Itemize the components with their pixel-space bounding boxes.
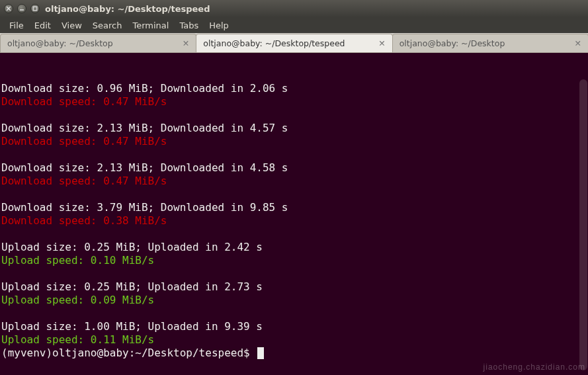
scrollbar[interactable]	[579, 53, 588, 375]
menu-terminal[interactable]: Terminal	[127, 19, 174, 32]
tab-label: oltjano@baby: ~/Desktop	[7, 38, 113, 48]
upload-speed-line: Upload speed: 0.10 MiB/s	[1, 254, 154, 267]
output-line: Download size: 0.96 MiB; Downloaded in 2…	[1, 82, 288, 95]
tab-1[interactable]: oltjano@baby: ~/Desktop/tespeed ✕	[196, 34, 392, 52]
output-line: Download size: 2.13 MiB; Downloaded in 4…	[1, 161, 288, 174]
output-line: Upload size: 1.00 MiB; Uploaded in 9.39 …	[1, 320, 263, 333]
window-title: oltjano@baby: ~/Desktop/tespeed	[45, 4, 210, 14]
upload-speed-line: Upload speed: 0.09 MiB/s	[1, 294, 154, 306]
close-window-icon[interactable]	[4, 4, 13, 13]
menu-search[interactable]: Search	[87, 19, 128, 32]
output-line: Upload size: 0.25 MiB; Uploaded in 2.42 …	[1, 241, 263, 253]
upload-speed-line: Upload speed: 0.11 MiB/s	[1, 333, 154, 346]
terminal-window: oltjano@baby: ~/Desktop/tespeed File Edi…	[0, 0, 588, 375]
menu-edit[interactable]: Edit	[29, 19, 56, 32]
tab-label: oltjano@baby: ~/Desktop/tespeed	[203, 38, 345, 48]
tabbar: oltjano@baby: ~/Desktop ✕ oltjano@baby: …	[0, 33, 588, 53]
terminal-viewport[interactable]: Download size: 0.96 MiB; Downloaded in 2…	[0, 53, 588, 375]
scroll-thumb[interactable]	[579, 79, 587, 370]
output-line: Upload size: 0.25 MiB; Uploaded in 2.73 …	[1, 280, 263, 293]
menu-file[interactable]: File	[4, 19, 29, 32]
output-line: Download size: 3.79 MiB; Downloaded in 9…	[1, 201, 288, 214]
window-controls	[4, 4, 40, 13]
download-speed-line: Download speed: 0.38 MiB/s	[1, 214, 167, 227]
minimize-window-icon[interactable]	[17, 4, 26, 13]
download-speed-line: Download speed: 0.47 MiB/s	[1, 95, 167, 108]
cursor-icon	[257, 347, 264, 359]
close-icon[interactable]: ✕	[181, 38, 190, 48]
menu-help[interactable]: Help	[204, 19, 234, 32]
menu-view[interactable]: View	[56, 19, 87, 32]
download-speed-line: Download speed: 0.47 MiB/s	[1, 135, 167, 147]
menu-tabs[interactable]: Tabs	[174, 19, 204, 32]
output-line: Download size: 2.13 MiB; Downloaded in 4…	[1, 122, 288, 134]
close-icon[interactable]: ✕	[573, 38, 583, 48]
download-speed-line: Download speed: 0.47 MiB/s	[1, 175, 167, 187]
tab-0[interactable]: oltjano@baby: ~/Desktop ✕	[0, 34, 196, 52]
tab-label: oltjano@baby: ~/Desktop	[399, 38, 505, 48]
prompt-text: (myvenv)oltjano@baby:~/Desktop/tespeed$	[1, 347, 256, 360]
close-icon[interactable]: ✕	[377, 38, 386, 48]
titlebar[interactable]: oltjano@baby: ~/Desktop/tespeed	[0, 0, 588, 17]
tab-2[interactable]: oltjano@baby: ~/Desktop ✕	[392, 34, 588, 52]
svg-rect-3	[33, 7, 37, 11]
prompt-line[interactable]: (myvenv)oltjano@baby:~/Desktop/tespeed$	[1, 347, 584, 360]
watermark: jiaocheng.chazidian.com	[483, 360, 585, 374]
maximize-window-icon[interactable]	[30, 4, 40, 13]
menubar: File Edit View Search Terminal Tabs Help	[0, 17, 588, 33]
